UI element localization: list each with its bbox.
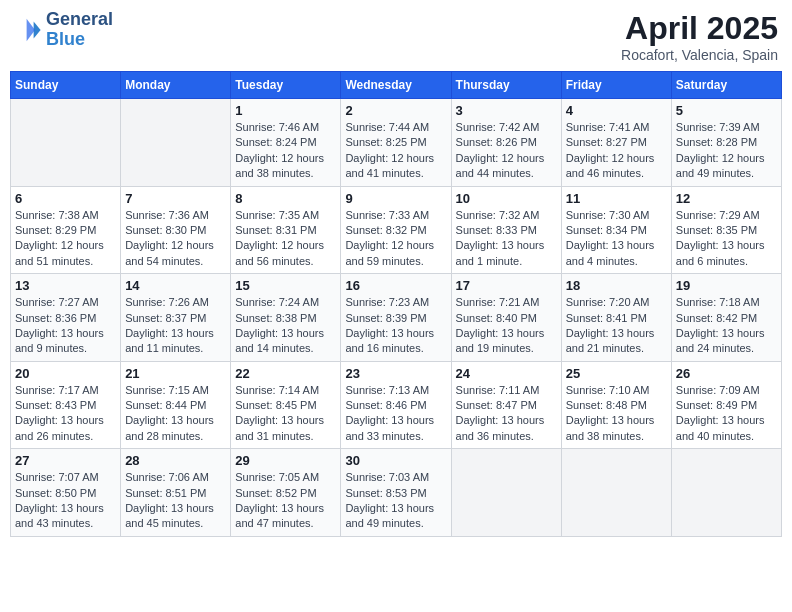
weekday-header-wednesday: Wednesday <box>341 72 451 99</box>
week-row-3: 13Sunrise: 7:27 AMSunset: 8:36 PMDayligh… <box>11 274 782 362</box>
day-number: 9 <box>345 191 446 206</box>
day-number: 8 <box>235 191 336 206</box>
day-number: 26 <box>676 366 777 381</box>
calendar-cell: 29Sunrise: 7:05 AMSunset: 8:52 PMDayligh… <box>231 449 341 537</box>
day-number: 30 <box>345 453 446 468</box>
day-info: Sunrise: 7:26 AMSunset: 8:37 PMDaylight:… <box>125 295 226 357</box>
calendar-cell: 14Sunrise: 7:26 AMSunset: 8:37 PMDayligh… <box>121 274 231 362</box>
day-number: 14 <box>125 278 226 293</box>
day-info: Sunrise: 7:11 AMSunset: 8:47 PMDaylight:… <box>456 383 557 445</box>
day-number: 3 <box>456 103 557 118</box>
day-number: 21 <box>125 366 226 381</box>
calendar-cell: 8Sunrise: 7:35 AMSunset: 8:31 PMDaylight… <box>231 186 341 274</box>
day-number: 6 <box>15 191 116 206</box>
logo: General Blue <box>14 10 113 50</box>
calendar-cell: 26Sunrise: 7:09 AMSunset: 8:49 PMDayligh… <box>671 361 781 449</box>
day-info: Sunrise: 7:30 AMSunset: 8:34 PMDaylight:… <box>566 208 667 270</box>
day-info: Sunrise: 7:23 AMSunset: 8:39 PMDaylight:… <box>345 295 446 357</box>
calendar-cell <box>561 449 671 537</box>
day-number: 4 <box>566 103 667 118</box>
calendar-cell: 4Sunrise: 7:41 AMSunset: 8:27 PMDaylight… <box>561 99 671 187</box>
day-info: Sunrise: 7:42 AMSunset: 8:26 PMDaylight:… <box>456 120 557 182</box>
day-info: Sunrise: 7:10 AMSunset: 8:48 PMDaylight:… <box>566 383 667 445</box>
day-info: Sunrise: 7:20 AMSunset: 8:41 PMDaylight:… <box>566 295 667 357</box>
day-number: 16 <box>345 278 446 293</box>
day-info: Sunrise: 7:03 AMSunset: 8:53 PMDaylight:… <box>345 470 446 532</box>
day-info: Sunrise: 7:21 AMSunset: 8:40 PMDaylight:… <box>456 295 557 357</box>
calendar-cell: 25Sunrise: 7:10 AMSunset: 8:48 PMDayligh… <box>561 361 671 449</box>
weekday-header-tuesday: Tuesday <box>231 72 341 99</box>
day-number: 17 <box>456 278 557 293</box>
calendar-table: SundayMondayTuesdayWednesdayThursdayFrid… <box>10 71 782 537</box>
location: Rocafort, Valencia, Spain <box>621 47 778 63</box>
day-info: Sunrise: 7:07 AMSunset: 8:50 PMDaylight:… <box>15 470 116 532</box>
day-info: Sunrise: 7:44 AMSunset: 8:25 PMDaylight:… <box>345 120 446 182</box>
day-info: Sunrise: 7:05 AMSunset: 8:52 PMDaylight:… <box>235 470 336 532</box>
day-number: 1 <box>235 103 336 118</box>
day-number: 28 <box>125 453 226 468</box>
calendar-cell: 16Sunrise: 7:23 AMSunset: 8:39 PMDayligh… <box>341 274 451 362</box>
calendar-cell: 20Sunrise: 7:17 AMSunset: 8:43 PMDayligh… <box>11 361 121 449</box>
month-title: April 2025 <box>621 10 778 47</box>
calendar-cell <box>451 449 561 537</box>
day-info: Sunrise: 7:36 AMSunset: 8:30 PMDaylight:… <box>125 208 226 270</box>
calendar-cell: 13Sunrise: 7:27 AMSunset: 8:36 PMDayligh… <box>11 274 121 362</box>
week-row-2: 6Sunrise: 7:38 AMSunset: 8:29 PMDaylight… <box>11 186 782 274</box>
calendar-cell: 10Sunrise: 7:32 AMSunset: 8:33 PMDayligh… <box>451 186 561 274</box>
calendar-cell: 23Sunrise: 7:13 AMSunset: 8:46 PMDayligh… <box>341 361 451 449</box>
day-number: 29 <box>235 453 336 468</box>
day-info: Sunrise: 7:32 AMSunset: 8:33 PMDaylight:… <box>456 208 557 270</box>
calendar-cell: 11Sunrise: 7:30 AMSunset: 8:34 PMDayligh… <box>561 186 671 274</box>
calendar-cell: 27Sunrise: 7:07 AMSunset: 8:50 PMDayligh… <box>11 449 121 537</box>
day-number: 2 <box>345 103 446 118</box>
day-info: Sunrise: 7:18 AMSunset: 8:42 PMDaylight:… <box>676 295 777 357</box>
day-number: 18 <box>566 278 667 293</box>
day-info: Sunrise: 7:29 AMSunset: 8:35 PMDaylight:… <box>676 208 777 270</box>
day-number: 7 <box>125 191 226 206</box>
day-number: 13 <box>15 278 116 293</box>
calendar-cell: 28Sunrise: 7:06 AMSunset: 8:51 PMDayligh… <box>121 449 231 537</box>
day-info: Sunrise: 7:14 AMSunset: 8:45 PMDaylight:… <box>235 383 336 445</box>
day-number: 5 <box>676 103 777 118</box>
week-row-4: 20Sunrise: 7:17 AMSunset: 8:43 PMDayligh… <box>11 361 782 449</box>
weekday-header-saturday: Saturday <box>671 72 781 99</box>
day-info: Sunrise: 7:15 AMSunset: 8:44 PMDaylight:… <box>125 383 226 445</box>
day-info: Sunrise: 7:46 AMSunset: 8:24 PMDaylight:… <box>235 120 336 182</box>
weekday-header-monday: Monday <box>121 72 231 99</box>
calendar-cell: 1Sunrise: 7:46 AMSunset: 8:24 PMDaylight… <box>231 99 341 187</box>
week-row-1: 1Sunrise: 7:46 AMSunset: 8:24 PMDaylight… <box>11 99 782 187</box>
day-number: 19 <box>676 278 777 293</box>
day-number: 11 <box>566 191 667 206</box>
calendar-cell: 9Sunrise: 7:33 AMSunset: 8:32 PMDaylight… <box>341 186 451 274</box>
calendar-cell: 18Sunrise: 7:20 AMSunset: 8:41 PMDayligh… <box>561 274 671 362</box>
calendar-cell: 30Sunrise: 7:03 AMSunset: 8:53 PMDayligh… <box>341 449 451 537</box>
day-info: Sunrise: 7:13 AMSunset: 8:46 PMDaylight:… <box>345 383 446 445</box>
day-number: 23 <box>345 366 446 381</box>
day-number: 10 <box>456 191 557 206</box>
calendar-cell: 24Sunrise: 7:11 AMSunset: 8:47 PMDayligh… <box>451 361 561 449</box>
day-info: Sunrise: 7:27 AMSunset: 8:36 PMDaylight:… <box>15 295 116 357</box>
weekday-header-row: SundayMondayTuesdayWednesdayThursdayFrid… <box>11 72 782 99</box>
calendar-cell: 15Sunrise: 7:24 AMSunset: 8:38 PMDayligh… <box>231 274 341 362</box>
day-info: Sunrise: 7:35 AMSunset: 8:31 PMDaylight:… <box>235 208 336 270</box>
calendar-cell: 2Sunrise: 7:44 AMSunset: 8:25 PMDaylight… <box>341 99 451 187</box>
calendar-cell: 6Sunrise: 7:38 AMSunset: 8:29 PMDaylight… <box>11 186 121 274</box>
day-info: Sunrise: 7:06 AMSunset: 8:51 PMDaylight:… <box>125 470 226 532</box>
logo-text: General Blue <box>46 10 113 50</box>
day-number: 22 <box>235 366 336 381</box>
day-info: Sunrise: 7:17 AMSunset: 8:43 PMDaylight:… <box>15 383 116 445</box>
calendar-cell: 21Sunrise: 7:15 AMSunset: 8:44 PMDayligh… <box>121 361 231 449</box>
day-number: 15 <box>235 278 336 293</box>
weekday-header-sunday: Sunday <box>11 72 121 99</box>
calendar-cell: 3Sunrise: 7:42 AMSunset: 8:26 PMDaylight… <box>451 99 561 187</box>
day-info: Sunrise: 7:09 AMSunset: 8:49 PMDaylight:… <box>676 383 777 445</box>
day-number: 25 <box>566 366 667 381</box>
day-number: 24 <box>456 366 557 381</box>
calendar-cell: 22Sunrise: 7:14 AMSunset: 8:45 PMDayligh… <box>231 361 341 449</box>
day-info: Sunrise: 7:41 AMSunset: 8:27 PMDaylight:… <box>566 120 667 182</box>
day-number: 12 <box>676 191 777 206</box>
logo-icon <box>14 16 42 44</box>
week-row-5: 27Sunrise: 7:07 AMSunset: 8:50 PMDayligh… <box>11 449 782 537</box>
weekday-header-friday: Friday <box>561 72 671 99</box>
calendar-cell <box>11 99 121 187</box>
